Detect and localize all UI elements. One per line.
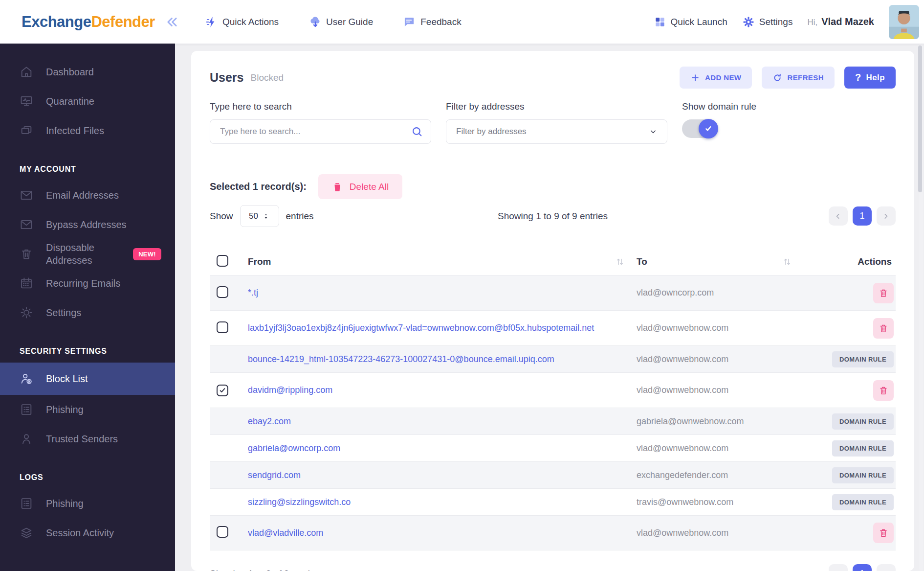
sidebar-item-session-activity[interactable]: Session Activity: [0, 518, 175, 548]
gear-icon: [20, 306, 33, 320]
entries-label: entries: [286, 211, 314, 222]
refresh-button[interactable]: REFRESH: [762, 67, 834, 89]
next-page-button[interactable]: [877, 206, 896, 226]
table-row: vlad@vladville.comvlad@ownwebnow.com: [210, 515, 896, 550]
table-row: sizzling@sizzlingswitch.cotravis@ownwebn…: [210, 488, 896, 515]
user-guide-button[interactable]: User Guide: [309, 16, 373, 28]
prev-page-button[interactable]: [829, 206, 848, 226]
delete-row-button[interactable]: [873, 523, 894, 543]
sidebar-item-label: Settings: [46, 306, 81, 319]
avatar[interactable]: [889, 5, 919, 39]
guide-download-icon: [309, 16, 322, 28]
brand-name: ExchangeDefender: [22, 13, 155, 31]
showing-entries-text-bottom: Showing 1 to 9 of 9 entries: [210, 569, 320, 571]
page-1-button[interactable]: 1: [853, 206, 872, 226]
delete-row-button[interactable]: [873, 380, 894, 401]
entries-per-page-select[interactable]: 50: [240, 205, 279, 227]
from-link[interactable]: davidm@rippling.com: [248, 385, 342, 395]
row-checkbox[interactable]: [217, 321, 228, 333]
row-checkbox[interactable]: [217, 526, 228, 538]
refresh-icon: [772, 73, 782, 83]
up-down-arrows-icon: [262, 212, 270, 220]
user-greeting: Hi, Vlad Mazek: [807, 16, 874, 27]
prev-page-button-bottom[interactable]: [829, 564, 848, 571]
column-to: To: [637, 256, 647, 267]
question-icon: ?: [855, 72, 861, 83]
show-domain-rule-toggle[interactable]: [682, 119, 717, 138]
domain-rule-toggle-label: Show domain rule: [682, 101, 756, 112]
sort-to-icon[interactable]: [781, 256, 793, 268]
from-link[interactable]: vlad@vladville.com: [248, 528, 333, 538]
sidebar-item-infected-files[interactable]: Infected Files: [0, 116, 175, 145]
from-link[interactable]: sendgrid.com: [248, 470, 310, 480]
sidebar-item-email-addresses[interactable]: Email Addresses: [0, 181, 175, 210]
select-all-checkbox[interactable]: [217, 255, 228, 267]
page-1-button-bottom[interactable]: 1: [853, 564, 872, 571]
sidebar-item-label: Bypass Addresses: [46, 218, 127, 231]
sidebar-item-settings[interactable]: Settings: [0, 298, 175, 327]
from-link[interactable]: gabriela@owncorp.com: [248, 443, 350, 453]
settings-button[interactable]: Settings: [742, 16, 793, 28]
chevron-left-icon: [833, 211, 843, 221]
sidebar-item-phishing[interactable]: Phishing: [0, 395, 175, 424]
row-checkbox[interactable]: [217, 385, 228, 396]
delete-all-button[interactable]: Delete All: [318, 174, 402, 199]
delete-row-button[interactable]: [873, 318, 894, 339]
trash-icon: [878, 385, 889, 396]
row-checkbox[interactable]: [217, 286, 228, 298]
sidebar-item-label: Trusted Senders: [46, 433, 118, 445]
scrollbar[interactable]: [919, 44, 923, 571]
quick-actions-button[interactable]: Quick Actions: [205, 16, 279, 28]
sidebar-item-block-list[interactable]: Block List: [0, 363, 175, 395]
new-badge: NEW!: [133, 248, 161, 260]
sidebar-item-quarantine[interactable]: Quarantine: [0, 87, 175, 116]
table-row: ebay2.comgabriela@ownwebnow.comDOMAIN RU…: [210, 408, 896, 434]
blocked-users-table: From To Actions *.tj: [210, 249, 896, 550]
page-subtitle: Blocked: [251, 72, 284, 83]
sidebar-item-recurring-emails[interactable]: Recurring Emails: [0, 269, 175, 298]
domain-rule-badge: DOMAIN RULE: [832, 440, 894, 457]
feedback-button[interactable]: Feedback: [403, 16, 461, 28]
pagination-bottom: 1: [829, 564, 896, 571]
sidebar-section-security-settings: SECURITY SETTINGS: [20, 347, 175, 356]
help-button[interactable]: ? Help: [844, 67, 896, 89]
to-value: vlad@ownwebnow.com: [637, 323, 831, 333]
chevron-left-icon: [834, 569, 843, 571]
delete-row-button[interactable]: [873, 283, 894, 303]
envelope-icon: [20, 218, 33, 231]
table-header: From To Actions: [210, 249, 896, 275]
person-icon: [20, 432, 33, 446]
trash-icon: [878, 527, 889, 538]
sidebar-item-dashboard[interactable]: Dashboard: [0, 57, 175, 87]
to-value: vlad@ownwebnow.com: [637, 443, 831, 454]
from-link[interactable]: laxb1yjf3lj3oao1exbj8z4jn6juexigtwfwx7-v…: [248, 323, 604, 333]
chevron-right-icon: [881, 211, 891, 221]
column-actions: Actions: [831, 256, 896, 267]
sidebar-item-trusted-senders[interactable]: Trusted Senders: [0, 424, 175, 454]
from-link[interactable]: sizzling@sizzlingswitch.co: [248, 497, 360, 507]
sidebar-item-bypass-addresses[interactable]: Bypass Addresses: [0, 210, 175, 239]
sidebar-item-label: Quarantine: [46, 95, 94, 108]
next-page-button-bottom[interactable]: [877, 564, 896, 571]
user-name: Vlad Mazek: [821, 16, 874, 27]
check-icon: [704, 124, 713, 134]
domain-rule-badge: DOMAIN RULE: [832, 413, 894, 430]
to-value: vlad@ownwebnow.com: [637, 385, 831, 395]
avatar-photo: [889, 5, 919, 39]
from-link[interactable]: *.tj: [248, 288, 268, 297]
gear-icon: [742, 16, 755, 28]
from-link[interactable]: ebay2.com: [248, 416, 301, 426]
filter-select[interactable]: Filter by addresses: [446, 119, 667, 144]
sort-from-icon[interactable]: [614, 256, 626, 268]
to-value: travis@ownwebnow.com: [637, 497, 831, 507]
sidebar-item-phishing[interactable]: Phishing: [0, 489, 175, 518]
search-input[interactable]: [210, 119, 431, 144]
from-link[interactable]: bounce-14219_html-103547223-46273-100027…: [248, 354, 564, 364]
double-chevron-left-icon: [165, 15, 179, 29]
search-label: Type here to search: [210, 101, 431, 112]
grid-icon: [654, 16, 666, 28]
add-new-button[interactable]: ADD NEW: [680, 67, 752, 89]
sidebar-collapse-button[interactable]: [165, 15, 179, 29]
quick-launch-button[interactable]: Quick Launch: [654, 16, 727, 28]
sidebar-item-disposable-addresses[interactable]: Disposable AddressesNEW!: [0, 239, 175, 269]
